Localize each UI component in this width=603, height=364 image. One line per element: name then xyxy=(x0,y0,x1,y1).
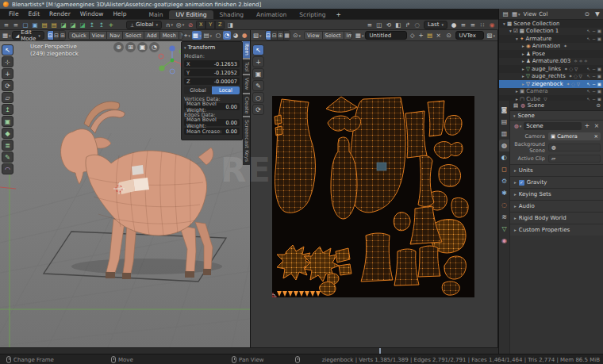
nav-persp-button[interactable]: ◔ xyxy=(149,42,159,52)
topbar-menu-window[interactable]: Window xyxy=(75,9,109,19)
constraints-tab[interactable]: ≋ xyxy=(499,211,509,223)
mode-dropdown[interactable]: ◢ Edit Mode ▾ xyxy=(12,31,44,40)
section-audio[interactable]: ▸Audio xyxy=(510,200,603,212)
add-icon[interactable]: + xyxy=(107,21,115,29)
wireframe-shading-icon[interactable]: ○ xyxy=(214,31,222,40)
nav-camera-button[interactable]: ▣ xyxy=(137,42,148,52)
nav-zoom-button[interactable]: ⊕ xyxy=(113,42,124,52)
magnet-icon[interactable]: ∩▾ xyxy=(165,21,174,29)
outliner-view-menu[interactable]: View xyxy=(524,11,537,17)
clear-value-icon[interactable]: × xyxy=(594,133,598,140)
outliner-item-collection-1[interactable]: ▾☑▦Collection 1↖−▣ xyxy=(499,28,603,36)
restrict-icon[interactable]: ▣ xyxy=(597,74,601,79)
material-tab[interactable]: ◉ xyxy=(499,235,509,247)
expand-arrow-icon[interactable]: ▾ xyxy=(508,29,513,33)
uv-map-field[interactable]: UVTex xyxy=(455,31,485,40)
new-image-icon[interactable]: + xyxy=(417,31,425,40)
dot-icon[interactable]: ● xyxy=(450,21,458,29)
pin-icon[interactable]: ⊙ xyxy=(597,102,601,109)
mirror-x-toggle[interactable]: X xyxy=(196,21,205,29)
pin-icon[interactable]: ⊙ xyxy=(445,31,453,40)
record-icon[interactable]: ◉ xyxy=(488,21,496,29)
restrict-icon[interactable]: ↖ xyxy=(587,36,591,41)
solid-shading-icon[interactable]: ◔ xyxy=(223,31,231,40)
sidebar-tab-item[interactable]: Item xyxy=(243,41,251,58)
uv-rip-tool[interactable]: ▣ xyxy=(252,68,264,79)
half-box-icon[interactable]: ◧ xyxy=(394,21,402,29)
topbar-menu-file[interactable]: File xyxy=(4,9,24,19)
properties-editor-icon[interactable]: ▤ xyxy=(513,102,518,109)
viewport-menu-nav[interactable]: Nav xyxy=(107,32,123,39)
rendered-shading-icon[interactable]: ● xyxy=(240,31,248,40)
mirror-y-toggle[interactable]: Y xyxy=(205,21,215,29)
editor-type-icon[interactable]: ▤ xyxy=(501,10,509,18)
data-tab[interactable]: ▽ xyxy=(499,223,509,235)
filter-icon[interactable]: ▼ xyxy=(593,10,601,18)
inset-tool[interactable]: ▣ xyxy=(2,116,13,127)
restrict-icon[interactable]: ▣ xyxy=(597,36,601,41)
outliner-item-auge-links[interactable]: ▸▽auge_links✦ ◌ ▽↖−▣ xyxy=(499,65,603,73)
outliner-item-auge-rechts[interactable]: ▸▽auge_rechts✦ ◌ ▽↖−▣ xyxy=(499,73,603,81)
topbar-menu-edit[interactable]: Edit xyxy=(24,9,45,19)
uv-relax-tool[interactable]: ⟳ xyxy=(252,104,264,115)
unlink-scene-button[interactable]: × xyxy=(593,121,601,130)
menu-lines-icon[interactable]: ≡ xyxy=(12,21,20,29)
expand-arrow-icon[interactable]: ▸ xyxy=(520,44,526,48)
search-icon[interactable]: ⊙ xyxy=(583,10,591,18)
restrict-icon[interactable]: ▣ xyxy=(597,89,601,94)
export-icon[interactable]: ↥ xyxy=(98,21,106,29)
scale-tool[interactable]: ▱ xyxy=(2,92,13,103)
uv-select-box-tool[interactable]: ↖ xyxy=(252,44,264,56)
loopcut-tool[interactable]: ≣ xyxy=(2,140,13,151)
restrict-icon[interactable]: ▣ xyxy=(597,29,601,33)
restrict-icon[interactable]: ▣ xyxy=(597,82,601,86)
face-select-icon[interactable]: ⊞ xyxy=(60,31,65,40)
expand-arrow-icon[interactable]: ▸ xyxy=(520,74,526,79)
edge-select-icon[interactable]: ⊟ xyxy=(54,31,60,40)
menu-lines-icon[interactable]: ≡ xyxy=(2,21,10,29)
topbar-menu-render[interactable]: Render xyxy=(44,9,75,19)
orientation-dropdown[interactable]: ⊥ Global ▾ xyxy=(126,21,162,29)
sidebar-tab-view[interactable]: View xyxy=(243,75,251,92)
expand-arrow-icon[interactable]: ▸ xyxy=(520,59,526,63)
uv-editor[interactable]: ▧▾ ⊡⊟⊞▦ ⊙▾ ViewSelectImageUV ▦▾ Untitled… xyxy=(251,30,498,347)
expand-arrow-icon[interactable]: ▸ xyxy=(520,67,526,71)
outliner-item-cube[interactable]: ▸▢Cube▽↖−▣ xyxy=(499,95,603,101)
median-y-field[interactable]: Y-0.12052 xyxy=(184,69,240,76)
section-units[interactable]: ▸Units xyxy=(510,164,603,176)
collection-checkbox[interactable]: ☑ xyxy=(513,28,518,34)
outliner-item-animation[interactable]: ▸◉Animation✦ xyxy=(499,43,603,51)
restrict-icon[interactable]: − xyxy=(592,82,596,86)
open-recent-icon[interactable]: ▤ xyxy=(50,21,58,29)
outliner-item-pose[interactable]: ▸♟Pose xyxy=(499,50,603,58)
median-x-field[interactable]: X-0.12653 xyxy=(184,60,240,67)
list-icon[interactable]: ≡ xyxy=(469,21,477,29)
workspace-tab-main[interactable]: Main xyxy=(142,10,169,19)
restrict-icon[interactable]: ↖ xyxy=(587,82,591,86)
viewport-menu-select[interactable]: Select xyxy=(123,32,144,39)
uv-vertex-select-icon[interactable]: ⊡ xyxy=(266,31,272,40)
viewport-3d[interactable]: ▦▾ ◢ Edit Mode ▾ ⊡⊟⊞ QuickViewNavSelectA… xyxy=(0,30,251,347)
particles-tab[interactable]: ✱ xyxy=(499,187,509,199)
workspace-tab-animation[interactable]: Animation xyxy=(250,10,293,19)
sidebar-tab-screencast-keys[interactable]: Screencast Keys xyxy=(243,117,251,164)
save-icon[interactable]: ◪ xyxy=(60,21,67,29)
sidebar-tab-create[interactable]: Create xyxy=(243,94,251,117)
material-shading-icon[interactable]: ◕ xyxy=(232,31,240,40)
uv-move-tool[interactable]: + xyxy=(252,56,264,67)
extrude-tool[interactable]: ↥ xyxy=(2,104,13,115)
outliner-item-armature-003[interactable]: ▸♟Armature.003✧ ✧ ✧ xyxy=(499,58,603,66)
section-gravity[interactable]: ▸✓Gravity xyxy=(510,176,603,188)
new-file-icon[interactable]: ▢ xyxy=(21,21,29,29)
expand-arrow-icon[interactable]: ▸ xyxy=(514,89,520,94)
expand-arrow-icon[interactable]: ▾ xyxy=(501,21,507,26)
outliner-item-ziegenbock[interactable]: ▸▽ziegenbock✦ ◌ ▽↖−▣ xyxy=(499,80,603,88)
workspace-tab-uv-editing[interactable]: UV Editing xyxy=(169,10,213,19)
xray-dropdown-icon[interactable]: ▤▾ xyxy=(202,31,213,40)
viewport-menu-view[interactable]: View xyxy=(90,32,107,39)
section-keying-sets[interactable]: ▸Keying Sets xyxy=(510,188,603,200)
vertex-field-0[interactable]: Mean Bevel Weight:0.00 xyxy=(184,103,240,110)
redo-branch-icon[interactable]: ↱ xyxy=(404,21,412,29)
world-tab[interactable]: ◐ xyxy=(499,151,509,163)
browse-image-icon[interactable]: ▦▾ xyxy=(355,31,365,40)
